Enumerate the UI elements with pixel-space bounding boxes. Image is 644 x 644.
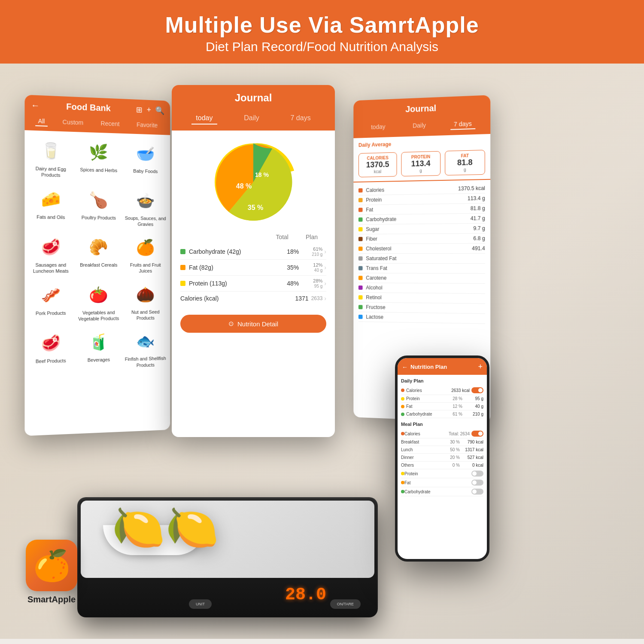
protein-stat-value: 113.4 [406, 159, 436, 169]
food-item-fish[interactable]: 🐟 Finfish and Shellfish Products [122, 325, 169, 373]
j7-transfat-name: Trans Fat [366, 265, 485, 272]
carb-arrow[interactable]: › [324, 248, 326, 255]
journal-title: Journal [180, 92, 326, 104]
journal-tab-daily[interactable]: Daily [240, 112, 264, 125]
j7-cholesterol-dot [358, 246, 363, 251]
food-item-pork[interactable]: 🥓 Pork Products [27, 279, 75, 327]
j7-transfat-dot [358, 266, 363, 270]
food-item-sausages[interactable]: 🥩 Sausages and Luncheon Meats [27, 231, 75, 279]
food-item-beverages[interactable]: 🧃 Beverages [75, 326, 122, 374]
np-meal-breakfast[interactable]: Breakfast 30 % 790 kcal [401, 438, 483, 446]
food-item-fruits[interactable]: 🍊 Fruits and Fruit Juices [122, 231, 169, 279]
j7-row-satfat[interactable]: Saturated Fat [358, 254, 485, 264]
np-macro-protein[interactable]: Protein [401, 469, 483, 478]
np-macro-fat[interactable]: Fat [401, 478, 483, 487]
j7-row-fiber[interactable]: Fiber 6.8 g [358, 234, 485, 244]
fat-arrow[interactable]: › [324, 264, 326, 271]
food-item-cereal[interactable]: 🥐 Breakfast Cereals [75, 231, 122, 279]
nut-row-protein[interactable]: Protein (113g) 48% 28%95 g › [180, 276, 326, 292]
np-macro-protein-toggle[interactable] [471, 471, 483, 477]
search-icon[interactable]: 🔍 [155, 106, 164, 115]
j7-row-transfat[interactable]: Trans Fat [358, 264, 485, 274]
food-item-vegetables[interactable]: 🍅 Vegetables and Vegetable Products [75, 279, 122, 327]
add-icon[interactable]: + [147, 105, 151, 115]
np-macro-fat-toggle[interactable] [471, 480, 483, 486]
j7-title: Journal [360, 101, 483, 116]
np-back-icon[interactable]: ← [402, 364, 408, 371]
vegetables-label: Vegetables and Vegetable Products [77, 309, 121, 322]
np-macro-fat-label: Fat [404, 480, 471, 485]
np-row-protein[interactable]: Protein 28 % 95 g [401, 395, 483, 403]
food-item-beef[interactable]: 🥩 Beef Products [27, 326, 75, 375]
tab-all[interactable]: All [35, 116, 47, 126]
j7-row-carb[interactable]: Carbohydrate 41.7 g [358, 213, 485, 225]
journal-tab-today[interactable]: today [191, 112, 217, 125]
j7-row-carotene[interactable]: Carotene [358, 273, 485, 283]
j7-row-sugar[interactable]: Sugar 9.7 g [358, 224, 485, 234]
tab-custom[interactable]: Custom [60, 118, 86, 128]
filter-icon[interactable]: ⊞ [136, 105, 143, 114]
food-item-baby[interactable]: 🥣 Baby Foods [122, 137, 169, 185]
tab-favorite[interactable]: Favorite [134, 120, 160, 131]
np-calories-toggle[interactable] [471, 387, 483, 393]
np-breakfast-pct: 30 % [447, 440, 460, 444]
j7-tab-daily[interactable]: Daily [409, 120, 429, 131]
np-dinner-label: Dinner [401, 455, 447, 460]
np-meal-lunch[interactable]: Lunch 50 % 1317 kcal [401, 446, 483, 454]
food-item-spices[interactable]: 🌿 Spices and Herbs [75, 135, 122, 184]
np-header: ← Nutrition Plan + [398, 358, 487, 375]
np-macro-carb-dot [401, 490, 404, 493]
np-meal-cal-toggle[interactable] [471, 431, 483, 437]
nut-row-fat[interactable]: Fat (82g) 35% 12%40 g › [180, 260, 326, 276]
journal-tab-7days[interactable]: 7 days [286, 112, 315, 125]
j7-stats: CALORIES 1370.5 kcal PROTEIN 113.4 g FAT… [353, 147, 490, 182]
j7-row-alcohol[interactable]: Alcohol [358, 283, 485, 294]
food-item-poultry[interactable]: 🍗 Poultry Products [75, 183, 122, 231]
np-macro-carb-toggle[interactable] [471, 489, 483, 495]
scale-tare-button[interactable]: ON/TARE [330, 599, 361, 609]
protein-name: Protein (113g) [189, 280, 277, 287]
food-item-nuts[interactable]: 🌰 Nut and Seed Products [122, 278, 169, 325]
food-item-dairy[interactable]: 🥛 Dairy and Egg Products [27, 134, 75, 183]
scale-unit-button[interactable]: UNIT [189, 599, 212, 609]
np-row-calories[interactable]: Calories 2633 kcal [401, 386, 483, 395]
logo-fruit-icon: 🍊 [33, 548, 70, 583]
np-carb-dot [401, 413, 404, 416]
j7-row-lactose[interactable]: Lactose [358, 312, 485, 324]
j7-tab-today[interactable]: today [368, 122, 389, 133]
np-plus-icon[interactable]: + [478, 362, 483, 371]
calories-stat-value: 1370.5 [363, 160, 392, 170]
sausages-icon: 🥩 [39, 235, 63, 259]
np-meal-calories[interactable]: Calories Total: 2634 [401, 429, 483, 438]
tab-recent[interactable]: Recent [98, 119, 122, 129]
logo-label: SmartApple [26, 595, 77, 605]
food-item-soups[interactable]: 🍲 Soups, Sauces, and Gravies [122, 184, 169, 232]
np-meal-dinner[interactable]: Dinner 20 % 527 kcal [401, 454, 483, 462]
j7-fructose-name: Fructose [366, 304, 485, 312]
j7-calories-name: Calories [366, 185, 458, 193]
nutrition-detail-button[interactable]: ⊙ Nutriton Detail [180, 315, 326, 333]
np-meal-others[interactable]: Others 0 % 0 kcal [401, 462, 483, 469]
food-item-fats[interactable]: 🧀 Fats and Oils [27, 182, 75, 231]
j7-row-cholesterol[interactable]: Cholesterol 491.4 [358, 243, 485, 254]
nut-row-carb[interactable]: Carbohydrate (42g) 18% 61%210 g › [180, 244, 326, 260]
np-dinner-pct: 20 % [447, 455, 460, 460]
j7-row-fat[interactable]: Fat 81.8 g [358, 204, 485, 215]
protein-arrow[interactable]: › [324, 280, 326, 287]
np-lunch-pct: 50 % [447, 447, 460, 452]
np-meal-section: Meal Plan Calories Total: 2634 Breakfast… [401, 422, 483, 496]
j7-row-retinol[interactable]: Retinol [358, 293, 485, 304]
np-macro-carb[interactable]: Carbohydrate [401, 487, 483, 496]
np-row-carb[interactable]: Carbohydrate 61 % 210 g [401, 410, 483, 418]
j7-fructose-dot [358, 305, 363, 309]
np-macro-protein-dot [401, 472, 404, 475]
j7-tab-7days[interactable]: 7 days [450, 119, 475, 130]
calories-arrow[interactable]: › [324, 295, 326, 302]
j7-retinol-name: Retinol [366, 295, 485, 302]
journal-screen: Journal today Daily 7 days [172, 85, 335, 437]
back-icon[interactable]: ← [31, 100, 40, 110]
calories-row[interactable]: Calories (kcal) 1371 2633 › [180, 292, 326, 305]
np-row-fat[interactable]: Fat 12 % 40 g [401, 403, 483, 410]
carb-name: Carbohydrate (42g) [189, 248, 277, 255]
j7-carotene-name: Carotene [366, 275, 485, 281]
